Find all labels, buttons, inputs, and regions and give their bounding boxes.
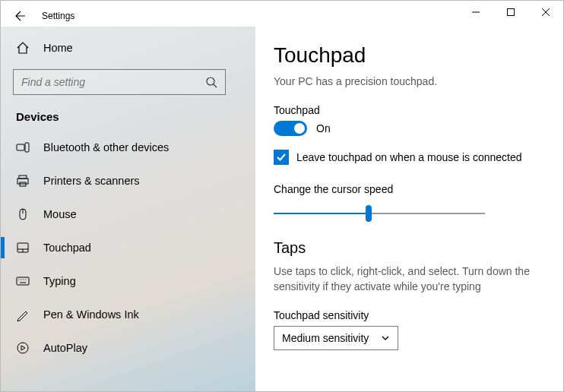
checkmark-icon: [276, 152, 287, 163]
sidebar-item-label: Touchpad: [43, 242, 91, 254]
svg-point-16: [21, 279, 21, 280]
leave-on-checkbox[interactable]: [274, 150, 289, 165]
minimize-button[interactable]: [458, 1, 493, 24]
chevron-down-icon: [381, 334, 390, 343]
close-icon: [542, 8, 550, 16]
svg-rect-6: [19, 175, 27, 179]
svg-rect-14: [17, 277, 29, 285]
sidebar-item-label: Typing: [43, 275, 76, 287]
checkbox-label: Leave touchpad on when a mouse is connec…: [296, 151, 522, 163]
search-icon: [205, 76, 217, 88]
back-arrow-icon: [13, 10, 25, 22]
sidebar-item-printers[interactable]: Printers & scanners: [1, 164, 255, 198]
page-heading: Touchpad: [274, 43, 545, 68]
section-header: Devices: [1, 104, 255, 131]
close-button[interactable]: [528, 1, 563, 24]
sidebar-item-bluetooth[interactable]: Bluetooth & other devices: [1, 131, 255, 164]
window-body: Home Devices Bluetooth & other devices: [1, 27, 563, 391]
bluetooth-devices-icon: [16, 141, 30, 154]
toggle-state-text: On: [316, 122, 331, 134]
autoplay-icon: [16, 341, 30, 355]
svg-rect-1: [508, 9, 515, 16]
pen-icon: [16, 308, 30, 321]
cursor-speed-label: Change the cursor speed: [274, 183, 545, 195]
slider-thumb[interactable]: [366, 205, 372, 222]
back-button[interactable]: [8, 5, 30, 27]
home-nav[interactable]: Home: [1, 31, 255, 65]
toggle-knob: [294, 123, 305, 134]
touchpad-toggle[interactable]: [274, 121, 307, 136]
touchpad-toggle-label: Touchpad: [274, 104, 545, 116]
home-icon: [16, 41, 30, 55]
cursor-speed-section: Change the cursor speed: [274, 183, 545, 221]
content-pane: Touchpad Your PC has a precision touchpa…: [255, 27, 563, 391]
search-input[interactable]: [21, 76, 205, 88]
keyboard-icon: [16, 274, 30, 288]
sidebar-item-label: Bluetooth & other devices: [43, 141, 169, 153]
sidebar-item-typing[interactable]: Typing: [1, 264, 255, 298]
touchpad-icon: [16, 241, 30, 254]
maximize-button[interactable]: [493, 1, 528, 24]
leave-on-checkbox-row: Leave touchpad on when a mouse is connec…: [274, 150, 545, 165]
sidebar-item-label: Mouse: [43, 208, 77, 220]
taps-description: Use taps to click, right-click, and sele…: [274, 264, 545, 294]
sidebar: Home Devices Bluetooth & other devices: [1, 27, 255, 391]
svg-point-2: [207, 77, 214, 85]
sidebar-item-label: AutoPlay: [43, 342, 87, 354]
sidebar-item-label: Printers & scanners: [43, 175, 140, 187]
svg-point-15: [18, 279, 19, 280]
sidebar-item-mouse[interactable]: Mouse: [1, 198, 255, 231]
window-title: Settings: [42, 11, 74, 21]
maximize-icon: [507, 8, 515, 16]
mouse-icon: [16, 207, 30, 221]
sensitivity-value: Medium sensitivity: [282, 332, 369, 344]
sidebar-item-pen[interactable]: Pen & Windows Ink: [1, 298, 255, 331]
sensitivity-select[interactable]: Medium sensitivity: [274, 326, 398, 350]
search-box[interactable]: [13, 69, 226, 95]
cursor-speed-slider[interactable]: [274, 206, 485, 221]
svg-point-18: [25, 279, 26, 280]
window-controls: [458, 1, 563, 24]
titlebar-left: Settings: [1, 1, 74, 27]
printer-icon: [16, 174, 30, 188]
slider-fill: [274, 213, 369, 214]
svg-point-20: [17, 343, 28, 353]
sidebar-item-touchpad[interactable]: Touchpad: [1, 231, 255, 264]
sensitivity-label: Touchpad sensitivity: [274, 309, 545, 321]
page-subtitle: Your PC has a precision touchpad.: [274, 75, 545, 87]
settings-window: Settings Home: [0, 0, 564, 392]
minimize-icon: [472, 8, 480, 16]
search-wrap: [1, 65, 255, 104]
sidebar-item-autoplay[interactable]: AutoPlay: [1, 331, 255, 365]
sidebar-item-label: Pen & Windows Ink: [43, 308, 139, 321]
taps-heading: Taps: [274, 239, 545, 257]
home-label: Home: [43, 42, 73, 54]
svg-line-3: [214, 84, 217, 87]
svg-rect-4: [17, 144, 24, 150]
touchpad-toggle-row: On: [274, 121, 545, 136]
titlebar: Settings: [1, 1, 563, 27]
svg-point-17: [23, 279, 24, 280]
svg-rect-5: [25, 143, 29, 152]
svg-rect-7: [17, 179, 28, 184]
